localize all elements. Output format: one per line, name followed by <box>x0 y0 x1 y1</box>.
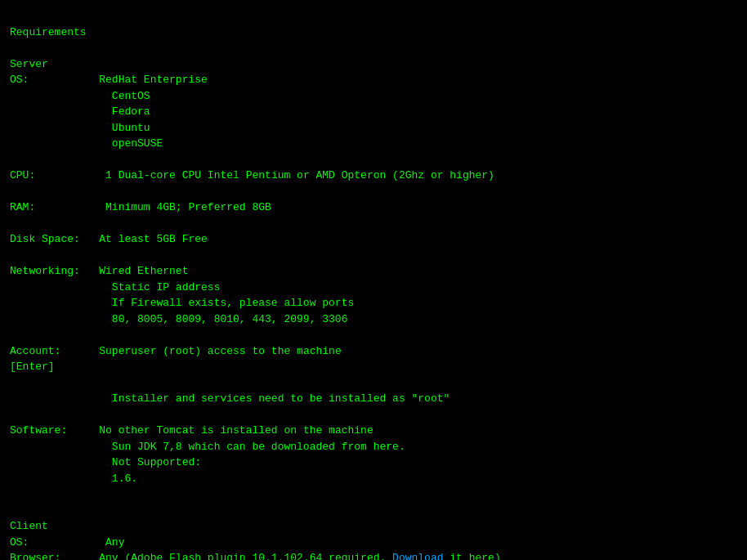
disk-label: Disk Space: <box>10 233 80 245</box>
client-browser-label: Browser: <box>10 552 60 560</box>
account-enter: [Enter] <box>10 361 55 373</box>
os-fedora: Fedora <box>112 105 150 118</box>
page-title: Requirements <box>10 26 87 38</box>
networking-label: Networking: <box>10 265 80 277</box>
software-primary: No other Tomcat is installed on the mach… <box>99 424 373 437</box>
client-header: Client <box>10 520 48 532</box>
client-os-label: OS: <box>10 536 29 549</box>
client-browser-value: Any (Adobe Flash plugin 10.1.102.64 requ… <box>99 552 501 560</box>
client-os-value: Any <box>105 536 124 549</box>
cpu-value: 1 Dual-core CPU Intel Pentium or AMD Opt… <box>105 169 494 181</box>
server-header: Server <box>10 58 48 70</box>
software-version: 1.6. <box>112 473 137 485</box>
download-link[interactable]: Download <box>392 552 443 560</box>
networking-static-ip: Static IP address <box>112 281 221 293</box>
ram-value: Minimum 4GB; Preferred 8GB <box>105 201 271 213</box>
os-label: OS: <box>10 74 29 86</box>
networking-firewall: If Firewall exists, please allow ports <box>112 297 354 309</box>
networking-ports: 80, 8005, 8009, 8010, 443, 2099, 3306 <box>112 313 348 325</box>
software-jdk: Sun JDK 7,8 which can be downloaded from… <box>112 441 405 453</box>
ram-label: RAM: <box>10 201 35 213</box>
account-note: Installer and services need to be instal… <box>112 392 450 405</box>
account-value: Superuser (root) access to the machine <box>99 345 341 357</box>
disk-value: At least 5GB Free <box>99 233 208 245</box>
page-content: Requirements Server OS: RedHat Enterpris… <box>10 8 737 560</box>
os-ubuntu: Ubuntu <box>112 122 150 134</box>
os-opensuse: openSUSE <box>112 137 163 150</box>
software-label: Software: <box>10 424 67 437</box>
account-label: Account: <box>10 345 60 357</box>
os-primary: RedHat Enterprise <box>99 74 208 86</box>
os-centos: CentOS <box>112 90 150 102</box>
cpu-label: CPU: <box>10 169 35 181</box>
software-not-supported: Not Supported: <box>112 456 201 468</box>
networking-primary: Wired Ethernet <box>99 265 188 277</box>
